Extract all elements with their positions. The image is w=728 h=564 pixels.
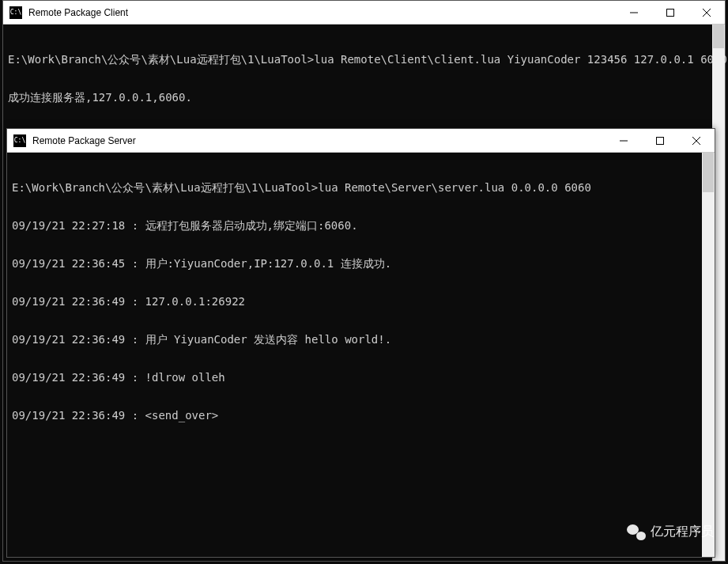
close-button[interactable] <box>678 129 715 153</box>
watermark: 亿元程序员 <box>627 524 714 540</box>
server-terminal-output[interactable]: E:\Work\Branch\公众号\素材\Lua远程打包\1\LuaTool>… <box>7 153 715 557</box>
maximize-icon <box>656 137 664 145</box>
watermark-text: 亿元程序员 <box>651 524 714 540</box>
close-button[interactable] <box>688 1 725 25</box>
server-window: C:\ Remote Package Server E:\Work\Branch… <box>6 128 715 558</box>
terminal-line: 09/19/21 22:36:45 : 用户:YiyuanCoder,IP:12… <box>12 257 710 270</box>
close-icon <box>703 9 711 17</box>
client-window-title: Remote Package Client <box>28 7 616 18</box>
server-titlebar[interactable]: C:\ Remote Package Server <box>7 129 715 153</box>
scrollbar-thumb[interactable] <box>703 153 714 192</box>
minimize-icon <box>620 137 628 145</box>
scrollbar-thumb[interactable] <box>713 25 724 48</box>
svg-rect-1 <box>667 9 674 16</box>
server-window-controls <box>605 129 715 153</box>
maximize-button[interactable] <box>642 129 678 153</box>
svg-rect-5 <box>657 137 664 144</box>
client-titlebar[interactable]: C:\ Remote Package Client <box>3 1 725 25</box>
terminal-line: 成功连接服务器,127.0.0.1,6060. <box>8 91 720 104</box>
terminal-line: 09/19/21 22:36:49 : 127.0.0.1:26922 <box>12 295 710 308</box>
wechat-icon <box>627 524 646 540</box>
server-window-title: Remote Package Server <box>32 135 605 146</box>
client-window-controls <box>616 1 725 25</box>
terminal-line: 09/19/21 22:36:49 : !dlrow olleh <box>12 371 710 384</box>
terminal-line: E:\Work\Branch\公众号\素材\Lua远程打包\1\LuaTool>… <box>8 53 720 66</box>
terminal-line: 09/19/21 22:27:18 : 远程打包服务器启动成功,绑定端口:606… <box>12 219 710 232</box>
close-icon <box>692 137 700 145</box>
terminal-line: 09/19/21 22:36:49 : 用户 YiyuanCoder 发送内容 … <box>12 333 710 346</box>
maximize-button[interactable] <box>652 1 688 25</box>
maximize-icon <box>666 9 674 17</box>
server-scrollbar[interactable] <box>702 153 715 557</box>
terminal-line: 09/19/21 22:36:49 : <send_over> <box>12 409 710 422</box>
minimize-button[interactable] <box>616 1 652 25</box>
cmd-icon: C:\ <box>13 134 26 147</box>
cmd-icon: C:\ <box>9 6 22 19</box>
minimize-icon <box>630 9 638 17</box>
minimize-button[interactable] <box>605 129 642 153</box>
terminal-line: E:\Work\Branch\公众号\素材\Lua远程打包\1\LuaTool>… <box>12 181 710 194</box>
